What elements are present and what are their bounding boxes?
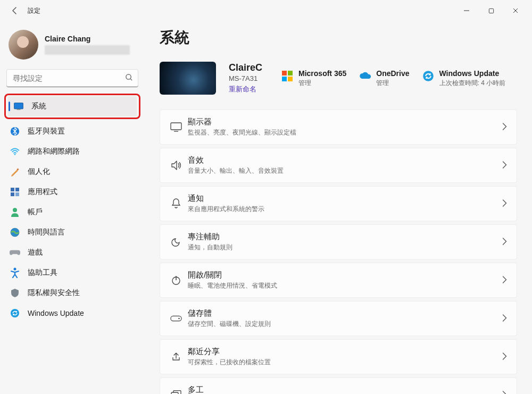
card-title: 鄰近分享 <box>188 347 502 357</box>
storage-icon <box>164 315 188 322</box>
sound-icon <box>164 160 188 171</box>
user-block[interactable]: Claire Chang <box>4 26 140 64</box>
user-email-redacted <box>45 45 130 55</box>
chevron-right-icon <box>502 161 507 170</box>
privacy-icon <box>10 288 20 298</box>
nav-personalization[interactable]: 個人化 <box>4 162 140 182</box>
device-name: ClaireC <box>229 62 262 73</box>
windows-update-status-icon <box>422 70 434 82</box>
nav-label: Windows Update <box>28 309 84 317</box>
setting-power[interactable]: 開啟/關閉 睡眠、電池使用情況、省電模式 <box>160 263 517 298</box>
svg-point-7 <box>14 154 16 155</box>
card-title: 儲存體 <box>188 308 502 318</box>
onedrive-icon <box>359 70 371 82</box>
windows-update-icon <box>10 308 20 318</box>
svg-rect-5 <box>17 109 21 110</box>
nav-label: 應用程式 <box>28 187 57 197</box>
card-title: 音效 <box>188 155 502 165</box>
chevron-right-icon <box>502 314 507 323</box>
setting-sound[interactable]: 音效 音量大小、輸出、輸入、音效裝置 <box>160 148 517 183</box>
page-title: 系統 <box>160 28 517 48</box>
network-icon <box>10 146 20 157</box>
nav-label: 網路和網際網路 <box>28 147 80 156</box>
bluetooth-icon <box>10 126 20 137</box>
svg-rect-19 <box>171 123 181 130</box>
svg-rect-9 <box>11 188 14 191</box>
setting-storage[interactable]: 儲存體 儲存空間、磁碟機、設定規則 <box>160 301 517 336</box>
svg-point-17 <box>11 309 19 317</box>
accessibility-icon <box>10 267 20 278</box>
card-sub: 可探索性，已接收的檔案位置 <box>188 358 502 367</box>
card-title: 開啟/關閉 <box>188 270 502 280</box>
card-title: 通知 <box>188 194 502 204</box>
close-icon <box>512 7 519 14</box>
card-sub: 通知，自動規則 <box>188 243 502 252</box>
chevron-right-icon <box>502 276 507 285</box>
setting-focus-assist[interactable]: 專注輔助 通知，自動規則 <box>160 224 517 259</box>
nav-label: 個人化 <box>28 167 50 177</box>
nav-label: 協助工具 <box>28 268 57 278</box>
gaming-icon <box>10 247 20 258</box>
close-button[interactable] <box>503 0 528 21</box>
service-ms365[interactable]: Microsoft 365 管理 <box>281 69 346 88</box>
chevron-right-icon <box>502 123 507 132</box>
search-input[interactable] <box>6 69 138 87</box>
setting-notifications[interactable]: 通知 來自應用程式和系統的警示 <box>160 186 517 221</box>
window-title: 設定 <box>28 6 40 15</box>
svg-point-18 <box>423 71 434 81</box>
nav-apps[interactable]: 應用程式 <box>4 182 140 202</box>
nav-label: 帳戶 <box>28 207 43 217</box>
nav-label: 遊戲 <box>28 248 43 257</box>
search-icon <box>125 73 133 83</box>
card-sub: 監視器、亮度、夜間光線、顯示設定檔 <box>188 128 502 137</box>
svg-rect-11 <box>11 192 14 196</box>
rename-link[interactable]: 重新命名 <box>229 85 262 94</box>
minimize-button[interactable] <box>454 0 479 21</box>
chevron-right-icon <box>502 199 507 208</box>
back-button[interactable] <box>4 0 26 21</box>
chevron-right-icon <box>502 391 507 395</box>
setting-nearby-share[interactable]: 鄰近分享 可探索性，已接收的檔案位置 <box>160 339 517 374</box>
card-sub: 來自應用程式和系統的警示 <box>188 205 502 214</box>
nav-windows-update[interactable]: Windows Update <box>4 303 140 323</box>
svg-rect-23 <box>171 316 181 321</box>
personalization-icon <box>10 166 20 177</box>
maximize-button[interactable] <box>479 0 503 21</box>
service-sub: 管理 <box>376 79 409 88</box>
svg-point-16 <box>14 268 16 271</box>
device-thumbnail[interactable] <box>160 62 216 95</box>
chevron-right-icon <box>502 353 507 362</box>
nav-accessibility[interactable]: 協助工具 <box>4 263 140 283</box>
ms365-icon <box>281 70 293 82</box>
nav-privacy[interactable]: 隱私權與安全性 <box>4 283 140 303</box>
setting-multitasking[interactable]: 多工 貼齊視窗、桌面、工作切換 <box>160 378 517 394</box>
window-controls <box>454 0 528 21</box>
nav-network[interactable]: 網路和網際網路 <box>4 141 140 162</box>
card-title: 專注輔助 <box>188 232 502 242</box>
service-title: OneDrive <box>376 69 409 78</box>
setting-display[interactable]: 顯示器 監視器、亮度、夜間光線、顯示設定檔 <box>160 110 517 145</box>
share-icon <box>164 351 188 362</box>
svg-point-2 <box>126 74 131 79</box>
service-windows-update[interactable]: Windows Update 上次檢查時間: 4 小時前 <box>422 69 506 88</box>
nav-time[interactable]: 時間與語言 <box>4 222 140 242</box>
focus-icon <box>164 237 188 247</box>
apps-icon <box>10 187 20 197</box>
svg-rect-4 <box>14 103 23 108</box>
nav-accounts[interactable]: 帳戶 <box>4 202 140 222</box>
nav-label: 時間與語言 <box>28 228 65 237</box>
device-info: ClaireC MS-7A31 重新命名 <box>229 62 262 94</box>
svg-rect-1 <box>489 9 493 13</box>
service-onedrive[interactable]: OneDrive 管理 <box>359 69 409 88</box>
nav-bluetooth[interactable]: 藍牙與裝置 <box>4 121 140 141</box>
nav-gaming[interactable]: 遊戲 <box>4 242 140 263</box>
svg-point-24 <box>178 318 180 320</box>
nav-system[interactable]: 系統 <box>8 96 137 116</box>
chevron-right-icon <box>502 238 507 247</box>
device-model: MS-7A31 <box>229 74 262 82</box>
highlight-annotation: 系統 <box>4 94 140 119</box>
svg-line-3 <box>130 79 132 80</box>
nav-label: 系統 <box>31 102 46 111</box>
svg-rect-12 <box>15 192 19 196</box>
service-sub: 上次檢查時間: 4 小時前 <box>439 79 506 88</box>
